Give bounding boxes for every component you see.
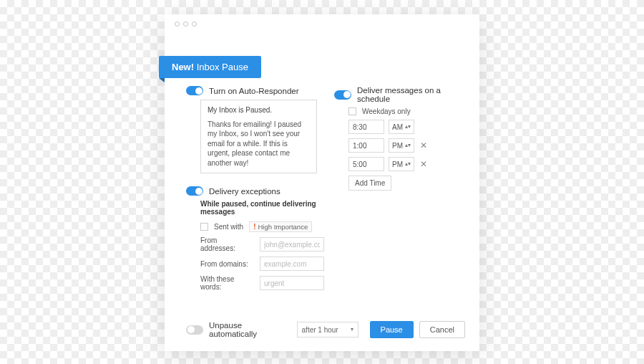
high-importance-pill: ! High Importance [249,221,312,232]
ampm-value: PM [392,161,403,168]
schedule-title: Deliver messages on a schedule [357,86,465,103]
traffic-dot [192,21,197,27]
autoresponder-title: Turn on Auto-Responder [209,87,299,95]
left-column: Turn on Auto-Responder My Inbox is Pause… [186,86,317,295]
autoresponder-header: Turn on Auto-Responder [186,86,317,95]
remove-time-button[interactable]: ✕ [419,159,429,169]
remove-time-button[interactable]: ✕ [419,140,429,150]
pause-button[interactable]: Pause [370,321,414,338]
exclamation-icon: ! [253,223,255,231]
from-addresses-input[interactable] [260,237,324,252]
unpause-after-value: after 1 hour [302,326,338,334]
time-input[interactable] [348,120,384,134]
stepper-icon: ▴▾ [405,124,411,130]
weekdays-row: Weekdays only [348,107,465,115]
exceptions-header: Delivery exceptions [186,186,317,196]
badge-new: New! [172,62,194,72]
unpause-label: Unpause automatically [209,321,291,338]
autoresponder-subject: My Inbox is Paused. [208,105,310,115]
schedule-header: Deliver messages on a schedule [334,86,465,103]
traffic-dot [183,21,188,27]
with-words-label: With these words: [200,275,254,291]
autoresponder-body: Thanks for emailing! I paused my Inbox, … [208,120,310,168]
sentwith-row: Sent with ! High Importance [200,221,317,232]
weekdays-checkbox[interactable] [348,107,356,115]
content: Turn on Auto-Responder My Inbox is Pause… [186,86,465,295]
time-row: AM ▴▾ [348,120,465,134]
weekdays-label: Weekdays only [362,107,411,115]
from-addresses-label: From addresses: [200,236,254,252]
ampm-value: PM [392,142,403,150]
footer: Unpause automatically after 1 hour ▾ Pau… [186,321,465,338]
high-importance-text: High Importance [258,223,308,231]
chevron-down-icon: ▾ [351,327,353,332]
add-time-button[interactable]: Add Time [348,176,391,191]
time-input[interactable] [348,157,384,171]
settings-window: New! Inbox Pause Turn on Auto-Responder … [165,14,479,351]
traffic-dot [175,21,180,27]
ampm-select[interactable]: AM ▴▾ [389,120,414,134]
exceptions-heading: While paused, continue delivering messag… [200,200,317,216]
with-words-row: With these words: [200,275,317,291]
new-badge: New! Inbox Pause [159,56,261,78]
time-row: PM ▴▾ ✕ [348,157,465,171]
unpause-after-select[interactable]: after 1 hour ▾ [297,322,358,337]
exceptions-title: Delivery exceptions [209,187,280,196]
time-row: PM ▴▾ ✕ [348,138,465,153]
from-domains-label: From domains: [200,260,254,268]
autoresponder-toggle[interactable] [186,86,203,95]
badge-title: Inbox Pause [197,62,248,72]
time-input[interactable] [348,138,384,153]
stepper-icon: ▴▾ [405,143,411,148]
from-domains-input[interactable] [260,257,324,271]
sentwith-label: Sent with [214,223,243,231]
cancel-button[interactable]: Cancel [419,321,465,338]
with-words-input[interactable] [260,276,324,290]
ampm-select[interactable]: PM ▴▾ [389,157,414,171]
schedule-toggle[interactable] [334,90,351,100]
ampm-select[interactable]: PM ▴▾ [389,138,414,153]
unpause-toggle[interactable] [186,325,203,335]
ampm-value: AM [392,123,403,131]
stepper-icon: ▴▾ [405,161,411,167]
window-traffic-lights [165,14,479,34]
sentwith-checkbox[interactable] [200,223,208,231]
from-addresses-row: From addresses: [200,236,317,252]
right-column: Deliver messages on a schedule Weekdays … [334,86,465,295]
exceptions-toggle[interactable] [186,186,203,196]
from-domains-row: From domains: [200,257,317,271]
autoresponder-message[interactable]: My Inbox is Paused. Thanks for emailing!… [200,100,317,173]
